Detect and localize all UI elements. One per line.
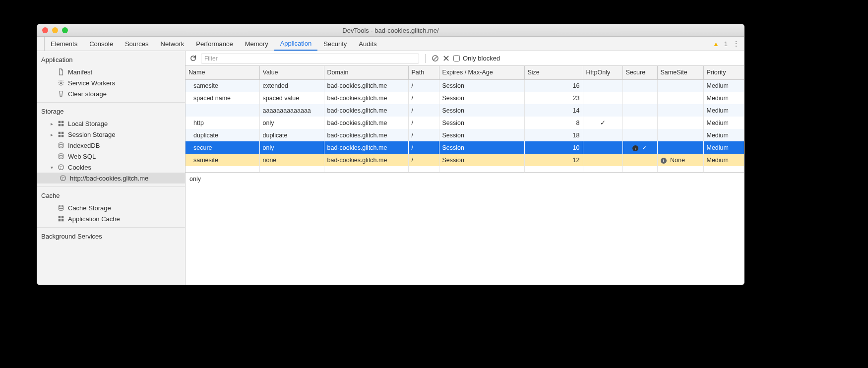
table-row[interactable]: secureonlybad-cookies.glitch.me/Session1… — [186, 141, 744, 154]
table-cell — [186, 104, 259, 117]
table-cell: spaced value — [259, 92, 324, 104]
column-header[interactable]: Value — [259, 66, 324, 79]
sidebar-item[interactable]: ▸Session Storage — [37, 129, 185, 140]
tab-application[interactable]: Application — [274, 37, 318, 51]
tab-performance[interactable]: Performance — [190, 37, 239, 51]
sidebar-item[interactable]: ▾Cookies — [37, 162, 185, 173]
sidebar-item[interactable]: ▸Local Storage — [37, 118, 185, 129]
tab-sources[interactable]: Sources — [119, 37, 155, 51]
table-cell: duplicate — [259, 129, 324, 141]
table-cell: Session — [439, 141, 524, 154]
svg-point-18 — [62, 177, 62, 178]
sidebar-item-label: Clear storage — [68, 90, 107, 98]
kebab-menu-icon[interactable]: ⋮ — [733, 40, 740, 48]
sidebar-item[interactable]: Manifest — [37, 66, 185, 77]
table-cell — [622, 104, 657, 117]
table-cell: Session — [439, 154, 524, 166]
table-cell: Medium — [703, 92, 744, 104]
tree-toggle-icon[interactable]: ▸ — [49, 121, 54, 126]
table-row[interactable]: samesiteextendedbad-cookies.glitch.me/Se… — [186, 79, 744, 92]
column-header[interactable]: Secure — [622, 66, 657, 79]
column-header[interactable]: HttpOnly — [583, 66, 622, 79]
table-cell: Session — [439, 117, 524, 129]
sidebar-item-label: Service Workers — [68, 79, 115, 87]
clear-all-icon[interactable] — [432, 55, 439, 62]
table-row[interactable]: samesitenonebad-cookies.glitch.me/Sessio… — [186, 154, 744, 166]
warning-icon[interactable]: ▲ — [713, 40, 719, 48]
tab-audits[interactable]: Audits — [353, 37, 382, 51]
tab-security[interactable]: Security — [317, 37, 353, 51]
table-cell: i None — [657, 154, 703, 166]
column-header[interactable]: Domain — [324, 66, 408, 79]
column-header[interactable]: Size — [524, 66, 583, 79]
table-cell — [622, 154, 657, 166]
devtools-tabs: ElementsConsoleSourcesNetworkPerformance… — [37, 37, 744, 51]
table-cell — [657, 141, 703, 154]
sidebar-item-label: Cache Storage — [68, 204, 111, 212]
tab-network[interactable]: Network — [155, 37, 190, 51]
column-header[interactable]: SameSite — [657, 66, 703, 79]
sidebar-header: Storage — [37, 106, 185, 118]
sidebar-item[interactable]: Service Workers — [37, 77, 185, 88]
table-cell: 14 — [524, 104, 583, 117]
table-cell — [657, 129, 703, 141]
application-sidebar: ApplicationManifestService WorkersClear … — [37, 51, 186, 285]
table-cell: bad-cookies.glitch.me — [324, 154, 408, 166]
sidebar-item[interactable]: IndexedDB — [37, 140, 185, 151]
table-row[interactable]: aaaaaaaaaaaaaabad-cookies.glitch.me/Sess… — [186, 104, 744, 117]
table-cell — [583, 104, 622, 117]
table-row[interactable]: spaced namespaced valuebad-cookies.glitc… — [186, 92, 744, 104]
table-cell: i ✓ — [622, 141, 657, 154]
svg-rect-23 — [62, 216, 63, 218]
sidebar-item[interactable]: http://bad-cookies.glitch.me — [37, 173, 185, 184]
svg-point-16 — [60, 168, 61, 169]
sidebar-item[interactable]: Cache Storage — [37, 202, 185, 213]
svg-line-27 — [434, 57, 437, 61]
close-window-button[interactable] — [42, 27, 48, 33]
only-blocked-checkbox[interactable]: Only blocked — [453, 55, 500, 62]
tab-memory[interactable]: Memory — [239, 37, 274, 51]
svg-rect-5 — [59, 124, 61, 126]
sidebar-item-label: Manifest — [68, 68, 92, 76]
table-cell: secure — [186, 141, 259, 154]
table-cell — [657, 117, 703, 129]
tree-toggle-icon[interactable]: ▾ — [49, 165, 54, 170]
sidebar-item[interactable]: Clear storage — [37, 88, 185, 99]
db-icon — [57, 152, 65, 160]
tab-console[interactable]: Console — [83, 37, 119, 51]
minimize-window-button[interactable] — [52, 27, 58, 33]
table-cell: bad-cookies.glitch.me — [324, 104, 408, 117]
column-header[interactable]: Name — [186, 66, 259, 79]
table-row[interactable]: duplicateduplicatebad-cookies.glitch.me/… — [186, 129, 744, 141]
cookie-icon — [57, 163, 65, 171]
column-header[interactable]: Expires / Max-Age — [439, 66, 524, 79]
only-blocked-label: Only blocked — [463, 55, 500, 62]
sidebar-item-label: IndexedDB — [68, 142, 100, 149]
tree-toggle-icon[interactable]: ▸ — [49, 132, 54, 137]
table-row[interactable]: httponlybad-cookies.glitch.me/Session8✓M… — [186, 117, 744, 129]
table-cell: 16 — [524, 79, 583, 92]
sidebar-item-label: Session Storage — [68, 131, 115, 138]
sidebar-item[interactable]: Application Cache — [37, 213, 185, 224]
table-cell — [583, 141, 622, 154]
svg-rect-4 — [62, 121, 63, 123]
maximize-window-button[interactable] — [62, 27, 68, 33]
trash-icon — [57, 90, 65, 98]
sidebar-item[interactable]: Web SQL — [37, 151, 185, 162]
db-icon — [57, 204, 65, 212]
column-header[interactable]: Path — [408, 66, 439, 79]
column-header[interactable]: Priority — [703, 66, 744, 79]
refresh-icon[interactable] — [189, 55, 197, 62]
svg-point-19 — [63, 177, 64, 178]
filter-input[interactable] — [201, 54, 419, 63]
table-cell — [583, 129, 622, 141]
table-cell: / — [408, 92, 439, 104]
warning-count[interactable]: 1 — [724, 40, 728, 48]
table-cell — [622, 92, 657, 104]
delete-selected-icon[interactable] — [443, 55, 449, 61]
sidebar-header: Background Services — [37, 231, 185, 243]
table-cell: bad-cookies.glitch.me — [324, 117, 408, 129]
table-cell: Medium — [703, 141, 744, 154]
tab-elements[interactable]: Elements — [45, 37, 83, 51]
main-panel: Only blocked NameValueDomainPathExpires … — [186, 51, 744, 285]
